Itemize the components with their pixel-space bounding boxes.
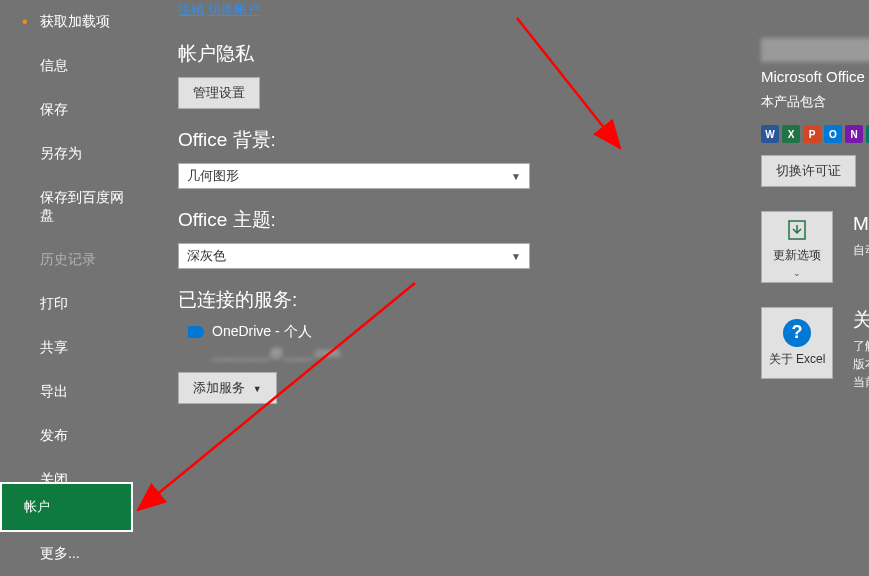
account-pane: 注销 切换帐户 帐户隐私 管理设置 Office 背景: 几何图形 ▼ Offi… xyxy=(133,0,869,576)
product-app-icons: W X P O N P A xyxy=(761,125,869,143)
backstage-sidebar: 获取加载项 信息 保存 另存为 保存到百度网盘 历史记录 打印 共享 导出 发布… xyxy=(0,0,133,576)
update-options-tile[interactable]: 更新选项 ⌄ xyxy=(761,211,833,283)
updates-title: Microsoft 365 和 xyxy=(853,211,869,237)
sidebar-item-share[interactable]: 共享 xyxy=(0,326,133,370)
about-tile-label: 关于 Excel xyxy=(769,351,826,368)
word-icon: W xyxy=(761,125,779,143)
sidebar-item-info[interactable]: 信息 xyxy=(0,44,133,88)
link-logout[interactable]: 注销 xyxy=(178,1,204,19)
sidebar-item-account[interactable]: 帐户 xyxy=(0,482,133,532)
about-info: 关于 Excel 了解有关 Excel、支持、产 版本 2405 (内部版本 1… xyxy=(853,307,869,391)
office-background-dropdown[interactable]: 几何图形 ▼ xyxy=(178,163,530,189)
sidebar-item-export[interactable]: 导出 xyxy=(0,370,133,414)
about-excel-tile[interactable]: ? 关于 Excel xyxy=(761,307,833,379)
switch-license-button[interactable]: 切换许可证 xyxy=(761,155,856,187)
about-line1: 了解有关 Excel、支持、产 xyxy=(853,337,869,355)
product-includes-label: 本产品包含 xyxy=(761,93,869,111)
add-service-button[interactable]: 添加服务 ▼ xyxy=(178,372,277,404)
about-line3: 当前频道 xyxy=(853,373,869,391)
chevron-down-icon: ⌄ xyxy=(793,268,801,278)
update-options-label: 更新选项 xyxy=(773,247,821,264)
sidebar-item-history[interactable]: 历史记录 xyxy=(0,238,133,282)
sidebar-item-getaddins[interactable]: 获取加载项 xyxy=(0,0,133,44)
excel-icon: X xyxy=(782,125,800,143)
sidebar-item-savetobaidu[interactable]: 保存到百度网盘 xyxy=(0,176,133,238)
office-background-value: 几何图形 xyxy=(187,167,239,185)
chevron-down-icon: ▼ xyxy=(253,384,262,394)
onedrive-icon xyxy=(188,326,204,338)
update-icon xyxy=(784,217,810,243)
manage-settings-button[interactable]: 管理设置 xyxy=(178,77,260,109)
office-theme-dropdown[interactable]: 深灰色 ▼ xyxy=(178,243,530,269)
chevron-down-icon: ▼ xyxy=(511,171,521,182)
updates-info: Microsoft 365 和 自动下载和安装更新。 xyxy=(853,211,869,283)
sidebar-item-save[interactable]: 保存 xyxy=(0,88,133,132)
chevron-down-icon: ▼ xyxy=(511,251,521,262)
sidebar-item-saveas[interactable]: 另存为 xyxy=(0,132,133,176)
office-theme-value: 深灰色 xyxy=(187,247,226,265)
about-row: ? 关于 Excel 关于 Excel 了解有关 Excel、支持、产 版本 2… xyxy=(761,307,869,391)
redacted-product-title xyxy=(761,38,869,62)
powerpoint-icon: P xyxy=(803,125,821,143)
sidebar-item-print[interactable]: 打印 xyxy=(0,282,133,326)
sidebar-item-publish[interactable]: 发布 xyxy=(0,414,133,458)
question-icon: ? xyxy=(783,319,811,347)
product-name: Microsoft Office 专业增强版 2016 xyxy=(761,68,869,87)
sidebar-bottom: 帐户 更多... xyxy=(0,482,133,576)
about-line2: 版本 2405 (内部版本 1762 xyxy=(853,355,869,373)
about-title: 关于 Excel xyxy=(853,307,869,333)
link-switch-account[interactable]: 切换帐户 xyxy=(208,1,260,19)
sidebar-item-more[interactable]: 更多... xyxy=(0,532,133,576)
onedrive-service-name: OneDrive - 个人 xyxy=(212,323,312,341)
product-column: Microsoft Office 专业增强版 2016 本产品包含 W X P … xyxy=(761,0,869,391)
updates-desc: 自动下载和安装更新。 xyxy=(853,241,869,259)
onenote-icon: N xyxy=(845,125,863,143)
updates-row: 更新选项 ⌄ Microsoft 365 和 自动下载和安装更新。 xyxy=(761,211,869,283)
outlook-icon: O xyxy=(824,125,842,143)
